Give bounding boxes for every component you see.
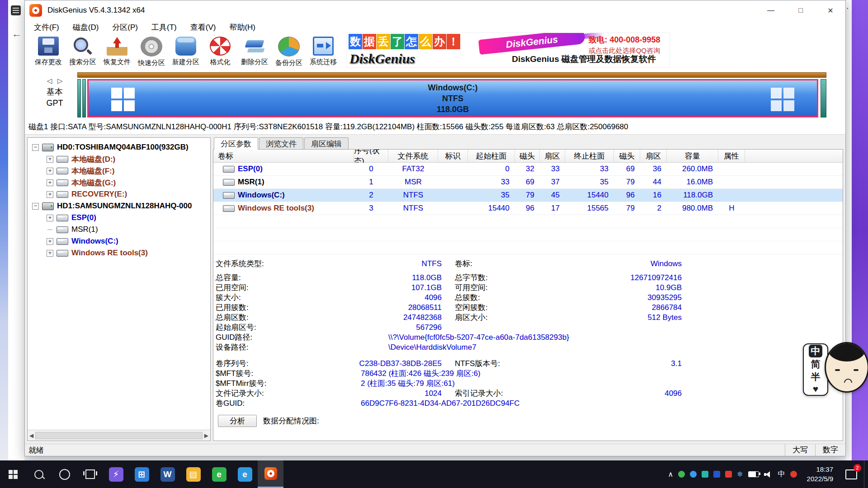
- tree-item[interactable]: −HD1:SAMSUNGMZNLN128HAHQ-000: [28, 200, 210, 212]
- taskbar-search-button[interactable]: [26, 460, 52, 488]
- app-explorer[interactable]: ▤: [180, 460, 206, 488]
- tab[interactable]: 浏览文件: [259, 137, 303, 150]
- menu-item[interactable]: 工具(T): [145, 20, 184, 34]
- toolbar-button[interactable]: 备份分区: [272, 34, 306, 67]
- tab[interactable]: 扇区编辑: [304, 137, 349, 150]
- title-bar: DiskGenius V5.4.3.1342 x64 — □ ✕: [25, 0, 845, 20]
- tree-item[interactable]: +RECOVERY(E:): [28, 188, 210, 200]
- app-edge[interactable]: e: [232, 460, 258, 488]
- scrollbar-thumb[interactable]: [35, 432, 203, 439]
- column-header[interactable]: 标识: [438, 150, 468, 162]
- app-store[interactable]: ⊞: [129, 460, 155, 488]
- app-browser-green[interactable]: e: [206, 460, 232, 488]
- column-header[interactable]: 卷标: [213, 150, 354, 162]
- tree-expand-toggle[interactable]: −: [32, 203, 39, 210]
- app-diskgenius[interactable]: [258, 460, 283, 488]
- scroll-right-arrow[interactable]: ▶: [204, 432, 208, 439]
- toolbar-button[interactable]: 快速分区: [134, 34, 169, 67]
- tree-expand-toggle[interactable]: +: [47, 179, 53, 186]
- toolbar-button[interactable]: 恢复文件: [100, 34, 134, 67]
- volume-icon[interactable]: [764, 471, 773, 478]
- hidden-icons-chevron[interactable]: ∧: [668, 470, 673, 479]
- toolbar-button[interactable]: 格式化: [203, 34, 237, 67]
- partition-block-windows-c[interactable]: Windows(C:) NTFS 118.0GB: [87, 79, 818, 117]
- cortana-button[interactable]: [52, 460, 77, 488]
- tree-item[interactable]: −HD0:TOSHIBAMQ04ABF100(932GB): [28, 141, 210, 153]
- assistant-avatar[interactable]: [825, 342, 868, 393]
- column-header[interactable]: 扇区: [640, 150, 667, 162]
- prev-disk-button[interactable]: ◁: [47, 77, 52, 84]
- battery-icon[interactable]: [748, 471, 759, 477]
- minimize-button[interactable]: —: [756, 0, 786, 20]
- tree-expand-toggle[interactable]: +: [47, 250, 53, 257]
- partition-block-msr[interactable]: [82, 79, 86, 117]
- tree-item[interactable]: +Windows(C:): [28, 235, 210, 247]
- toolbar-button[interactable]: 保存更改: [31, 34, 66, 67]
- column-header[interactable]: 文件系统: [388, 150, 438, 162]
- close-button[interactable]: ✕: [816, 0, 845, 20]
- app-thunder[interactable]: ⚡: [103, 460, 129, 488]
- ad-banner[interactable]: 数据丢了怎么办！ DiskGenius DiskGenius 致电: 400-0…: [346, 33, 670, 68]
- tree-item[interactable]: +本地磁盘(G:): [28, 177, 210, 188]
- tree-expand-toggle[interactable]: +: [47, 156, 53, 163]
- partition-block-re-tools[interactable]: [821, 79, 826, 117]
- tree-item[interactable]: +本地磁盘(F:): [28, 165, 210, 177]
- table-row[interactable]: MSR(1)1MSR33693735794416.0MB: [213, 176, 843, 189]
- tree-item[interactable]: MSR(1): [28, 224, 210, 235]
- toolbar-button[interactable]: 删除分区: [237, 34, 272, 67]
- app-word[interactable]: W: [155, 460, 180, 488]
- tree-expand-toggle[interactable]: +: [47, 215, 53, 221]
- diskgenius-window: DiskGenius V5.4.3.1342 x64 — □ ✕ 文件(F)磁盘…: [24, 0, 846, 456]
- menu-item[interactable]: 分区(P): [105, 20, 145, 34]
- tree-expand-toggle[interactable]: +: [47, 168, 53, 174]
- tree-expand-toggle[interactable]: +: [47, 191, 53, 198]
- column-header[interactable]: 终止柱面: [565, 150, 614, 162]
- tree-expand-toggle[interactable]: −: [32, 144, 39, 151]
- tree-item[interactable]: +Windows RE tools(3): [28, 247, 210, 259]
- tree-item[interactable]: +ESP(0): [28, 212, 210, 224]
- menu-item[interactable]: 文件(F): [27, 20, 66, 34]
- tray-navy-icon[interactable]: [713, 471, 720, 478]
- assistant-widget[interactable]: 中简半♥: [803, 342, 868, 398]
- show-desktop-button[interactable]: [864, 460, 868, 488]
- tree-horizontal-scrollbar[interactable]: ◀ ▶: [28, 430, 210, 441]
- table-cell: 36: [640, 163, 667, 175]
- toolbar-button[interactable]: 搜索分区: [66, 34, 100, 67]
- menu-item[interactable]: 帮助(H): [222, 20, 262, 34]
- table-row[interactable]: ESP(0)0FAT3203233336936260.0MB: [213, 163, 843, 176]
- next-disk-button[interactable]: ▷: [57, 77, 63, 84]
- column-header[interactable]: 容量: [667, 150, 718, 162]
- scroll-left-arrow[interactable]: ◀: [29, 432, 33, 439]
- taskbar-clock[interactable]: 18:37 2022/5/9: [802, 460, 839, 488]
- column-header[interactable]: 磁头: [515, 150, 540, 162]
- task-view-button[interactable]: [77, 460, 103, 488]
- toolbar-button[interactable]: 新建分区: [169, 34, 203, 67]
- snowflake-icon[interactable]: ❄: [737, 470, 743, 479]
- tray-red-dot-icon[interactable]: [790, 471, 797, 478]
- tray-blue-icon[interactable]: [690, 471, 697, 478]
- column-header[interactable]: 属性: [718, 150, 745, 162]
- tray-red-icon[interactable]: [725, 471, 732, 478]
- start-button[interactable]: [0, 460, 26, 488]
- banner-contact[interactable]: 致电: 400-008-9958 或点击此处选择QQ咨询: [580, 34, 669, 55]
- tree-expand-toggle[interactable]: +: [47, 238, 53, 245]
- disk-nav: ◁▷ 基本 GPT: [37, 77, 73, 108]
- ime-indicator[interactable]: 中: [778, 469, 785, 479]
- tray-teal-icon[interactable]: [702, 471, 708, 478]
- column-header[interactable]: 磁头: [614, 150, 640, 162]
- column-header[interactable]: 起始柱面: [468, 150, 515, 162]
- tree-item[interactable]: +本地磁盘(D:): [28, 153, 210, 165]
- toolbar-button[interactable]: 系统迁移: [306, 34, 340, 67]
- tab[interactable]: 分区参数: [214, 137, 258, 150]
- action-center-button[interactable]: 2: [839, 460, 864, 488]
- table-row[interactable]: Windows RE tools(3)3NTFS1544096171556579…: [213, 202, 843, 215]
- analyze-button[interactable]: 分析: [218, 415, 257, 427]
- column-header[interactable]: 序号(状态): [354, 150, 388, 162]
- menu-item[interactable]: 查看(V): [184, 20, 223, 34]
- tray-green-icon[interactable]: [678, 471, 685, 478]
- partition-block-esp[interactable]: [77, 79, 81, 117]
- table-row[interactable]: Windows(C:)2NTFS357945154409616118.0GB: [213, 189, 843, 202]
- column-header[interactable]: 扇区: [540, 150, 565, 162]
- menu-item[interactable]: 磁盘(D): [66, 20, 106, 34]
- maximize-button[interactable]: □: [786, 0, 816, 20]
